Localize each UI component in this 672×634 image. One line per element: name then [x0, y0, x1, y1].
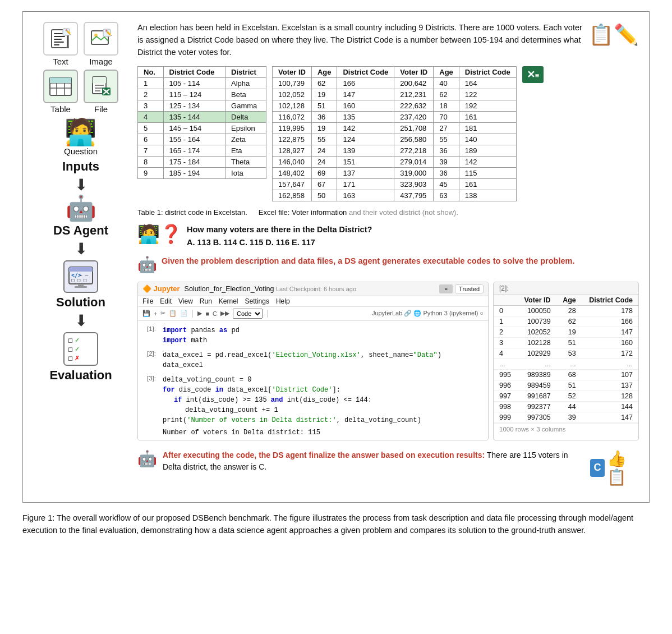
table-row: 102,12851160222,63218192 — [273, 100, 517, 112]
df-col-voterid: Voter ID — [517, 295, 556, 306]
inputs-label: Inputs — [62, 159, 99, 174]
svg-rect-17 — [50, 77, 57, 83]
table-row: 010005028178 — [494, 305, 638, 316]
jupyter-section: 🔶 Jupyter Solution_for_Election_Voting L… — [137, 282, 639, 440]
toolbar-restart[interactable]: C — [213, 310, 217, 317]
description-text: An election has been held in Excelstan. … — [137, 22, 584, 58]
notebook-icon-top: 📋✏️ — [588, 23, 639, 47]
svg-text:□ □ □: □ □ □ — [71, 277, 87, 283]
evaluation-icon-box: ◻✓ ◻✓ ◻✗ — [63, 332, 98, 366]
table-row: 410292953172 — [494, 348, 638, 359]
svg-text:✏️: ✏️ — [105, 29, 112, 36]
svg-rect-31 — [69, 269, 93, 272]
table-row: 99598938968107 — [494, 369, 638, 380]
voter-table: Voter ID Age District Code Voter ID Age … — [272, 66, 517, 201]
notebook-menubar: File Edit View Run Kernel Settings Help — [138, 296, 488, 307]
excel-icon-area: ✕≡ — [522, 66, 544, 85]
menu-file[interactable]: File — [142, 297, 153, 305]
table-row: 162,85850163437,79563138 — [273, 190, 517, 201]
menu-kernel[interactable]: Kernel — [219, 297, 238, 305]
svg-rect-3 — [54, 39, 62, 40]
voter-col-age2: Age — [434, 67, 459, 78]
cell-2-content[interactable]: data_excel = pd.read_excel('Election_Vot… — [160, 349, 488, 371]
svg-rect-36 — [75, 286, 87, 288]
df-label: [2]: — [494, 282, 638, 295]
agent-response-icon: 🤖 — [137, 255, 157, 274]
df-table: Voter ID Age District Code 0100050281781… — [494, 295, 638, 423]
table-row: 99899237744144 — [494, 401, 638, 412]
svg-rect-1 — [54, 33, 63, 34]
menu-help[interactable]: Help — [276, 297, 290, 305]
question-text: How many voters are there in the Delta D… — [187, 223, 372, 236]
text-image-row: ✏️ Text ✏️ Image — [43, 22, 118, 66]
c-badge: C — [590, 459, 605, 477]
toolbar-copy[interactable]: 📋 — [169, 310, 177, 317]
table-row: 3125 - 134Gamma — [138, 100, 266, 112]
menu-settings[interactable]: Settings — [245, 297, 269, 305]
df-footer: 1000 rows × 3 columns — [494, 423, 638, 435]
thumbs-checklist-icon: 👍📋 — [607, 449, 639, 486]
file-label: File — [94, 104, 108, 114]
cell-3-output: Number of voters in Delta district: 115 — [160, 428, 488, 438]
notebook-icon-small: ≡ — [439, 284, 453, 293]
table-icon-box — [43, 70, 78, 103]
final-agent-icon: 🤖 — [137, 449, 157, 468]
ds-agent-icon: 🤖 — [66, 196, 96, 221]
table-row: 110073962166 — [494, 316, 638, 327]
notebook-titlebar: 🔶 Jupyter Solution_for_Election_Voting L… — [138, 282, 488, 296]
image-label: Image — [89, 57, 113, 66]
toolbar-cut[interactable]: ✂ — [160, 310, 165, 317]
table-row: 5145 – 154Epsilon — [138, 123, 266, 134]
table-row: 310212851160 — [494, 337, 638, 348]
figure-caption: Figure 1: The overall workflow of our pr… — [22, 512, 650, 537]
cell-type-select[interactable]: Code — [233, 309, 263, 319]
svg-rect-19 — [65, 77, 71, 83]
table-row: 119,99519142251,70827181 — [273, 123, 517, 134]
table-row: 4135 - 144Delta — [138, 112, 266, 123]
toolbar-fast-forward[interactable]: ▶▶ — [220, 310, 229, 317]
question-options: A. 113 B. 114 C. 115 D. 116 E. 117 — [187, 236, 372, 249]
cell-3: [3]: delta_voting_count = 0 for dis_code… — [138, 373, 488, 428]
table-row: 122,87555124256,58055140 — [273, 134, 517, 145]
agent-response: 🤖 Given the problem description and data… — [137, 255, 639, 274]
table-row: 146,04024151279,01439142 — [273, 157, 517, 168]
table-row: 157,64767171323,90345161 — [273, 179, 517, 190]
toolbar-run[interactable]: ▶ — [197, 310, 202, 317]
df-panel: [2]: Voter ID Age District Code 01000502… — [493, 282, 639, 440]
toolbar-stop[interactable]: ■ — [205, 310, 209, 317]
toolbar-paste[interactable]: 📄 — [180, 310, 188, 317]
df-col-age: Age — [556, 295, 582, 306]
svg-rect-35 — [78, 284, 84, 286]
ds-agent-label: DS Agent — [53, 223, 108, 238]
table-row: 210205219147 — [494, 327, 638, 337]
voter-col-id2: Voter ID — [394, 67, 434, 78]
right-panel: An election has been held in Excelstan. … — [137, 22, 639, 486]
text-icon-box: ✏️ — [43, 22, 78, 56]
trusted-badge: Trusted — [455, 284, 484, 293]
table-captions: Table 1: district code in Excelstan. Exc… — [137, 208, 639, 217]
agent-response-text: Given the problem description and data f… — [162, 255, 574, 268]
cell-1-label: [1]: — [138, 324, 160, 347]
cell-1-content[interactable]: import pandas as pd import math — [160, 324, 488, 347]
jupyter-logo: 🔶 Jupyter — [142, 284, 180, 293]
district-col-district: District — [225, 67, 266, 78]
cell-1: [1]: import pandas as pd import math — [138, 323, 488, 348]
tables-row: No. District Code District 1105 - 114Alp… — [137, 66, 639, 201]
menu-view[interactable]: View — [178, 297, 193, 305]
cell-3-label: [3]: — [138, 374, 160, 426]
toolbar-save[interactable]: 💾 — [142, 310, 150, 317]
final-red-text: After executing the code, the DS agent f… — [163, 451, 485, 460]
file-icon-box: ✕ — [84, 70, 118, 103]
jupyterlab-info: JupyterLab 🔗 🌐 Python 3 (ipykernel) ○ — [372, 310, 484, 317]
table-row: 8175 - 184Theta — [138, 157, 266, 168]
notebook-body: [1]: import pandas as pd import math [2]… — [138, 321, 488, 440]
voter-col-dc2: District Code — [459, 67, 516, 78]
menu-edit[interactable]: Edit — [160, 297, 172, 305]
notebook-panel: 🔶 Jupyter Solution_for_Election_Voting L… — [137, 282, 489, 440]
menu-run[interactable]: Run — [200, 297, 212, 305]
question-person-icon-2: 🧑‍💻❓ — [137, 223, 182, 245]
df-ellipsis-row: ............ — [494, 359, 638, 369]
voter-col-age1: Age — [311, 67, 337, 78]
cell-3-content[interactable]: delta_voting_count = 0 for dis_code in d… — [160, 374, 488, 426]
svg-rect-4 — [54, 42, 64, 43]
